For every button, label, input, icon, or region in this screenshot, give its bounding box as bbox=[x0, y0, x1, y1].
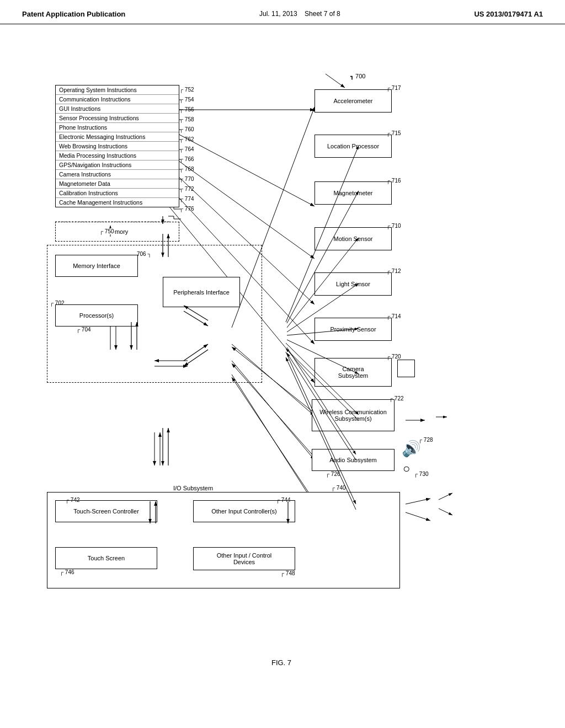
ref-724: ┌ 726 bbox=[326, 471, 340, 477]
motion-sensor-box: Motion Sensor bbox=[315, 227, 392, 250]
mem-item-8: GPS/Navigation Instructions bbox=[56, 160, 179, 170]
mem-item-10: Magnetometer Data bbox=[56, 179, 179, 189]
mem-item-3: Sensor Processing Instructions bbox=[56, 114, 179, 123]
memory-list-box: Operating System Instructions Communicat… bbox=[55, 85, 179, 207]
microphone-icon: ○ bbox=[403, 462, 410, 476]
mem-item-9: Camera Instructions bbox=[56, 170, 179, 179]
ref-730: ┌ 730 bbox=[414, 471, 429, 477]
ref-748: ┌ 748 bbox=[280, 570, 295, 576]
ref-744: ┌ 744 bbox=[276, 497, 291, 503]
header-date-sheet: Jul. 11, 2013 Sheet 7 of 8 bbox=[259, 10, 340, 18]
light-sensor-box: Light Sensor bbox=[315, 272, 392, 296]
other-input-controller-box: Other Input Controller(s) bbox=[193, 500, 295, 522]
ref-728: ┌ 728 bbox=[418, 437, 433, 443]
accelerometer-box: Accelerometer bbox=[315, 89, 392, 113]
processor-box: Processor(s) bbox=[55, 304, 138, 326]
ref-776: ┌ 776 bbox=[179, 206, 194, 212]
mem-item-1: Communication Instructions bbox=[56, 95, 179, 104]
header-patent-number: US 2013/0179471 A1 bbox=[474, 10, 543, 18]
ref-770: ┌ 770 bbox=[179, 176, 194, 182]
mem-item-7: Media Processing Instructions bbox=[56, 151, 179, 160]
ref-772: ┌ 772 bbox=[179, 186, 194, 192]
ref-766: ┌ 766 bbox=[179, 156, 194, 162]
page-header: Patent Application Publication Jul. 11, … bbox=[0, 0, 565, 24]
ref-750: ┌ 750 bbox=[99, 228, 114, 234]
header-publication: Patent Application Publication bbox=[22, 10, 125, 18]
memory-interface-box: Memory Interface bbox=[55, 255, 138, 277]
mem-item-12: Cache Management Instructions bbox=[56, 198, 179, 207]
ref-760: ┌ 760 bbox=[179, 126, 194, 132]
mem-item-6: Web Browsing Instructions bbox=[56, 142, 179, 151]
memory-box: Memory bbox=[55, 222, 179, 242]
ref-710: ┌ 710 bbox=[386, 223, 401, 229]
ref-746: ┌ 746 bbox=[60, 569, 74, 575]
mem-item-5: Electronic Messaging Instructions bbox=[56, 132, 179, 142]
ref-742: ┌ 742 bbox=[65, 497, 80, 503]
mem-item-4: Phone Instructions bbox=[56, 123, 179, 132]
ref-740: ┌ 740 bbox=[331, 485, 346, 491]
touch-screen-box: Touch Screen bbox=[55, 547, 157, 569]
ref-704: ┌ 704 bbox=[76, 326, 91, 333]
ref-756: ┌ 756 bbox=[179, 106, 194, 113]
ref-717: ┌ 717 bbox=[386, 85, 401, 91]
ref-715: ┌ 715 bbox=[386, 130, 401, 136]
ref-720: ┌ 720 bbox=[386, 354, 401, 360]
ref-768: ┌ 768 bbox=[179, 166, 194, 172]
io-subsystem-label: I/O Subsystem bbox=[171, 485, 215, 491]
ref-762: ┌ 762 bbox=[179, 136, 194, 142]
ref-752: ┌ 752 bbox=[179, 87, 194, 93]
ref-716: ┌ 716 bbox=[386, 178, 401, 184]
ref-764: ┌ 764 bbox=[179, 146, 194, 152]
camera-extra-box bbox=[397, 360, 415, 377]
mem-item-11: Calibration Instructions bbox=[56, 189, 179, 198]
mem-item-2: GUI Instructions bbox=[56, 104, 179, 114]
ref-700: ┓ 700 bbox=[350, 73, 365, 79]
location-processor-box: Location Processor bbox=[315, 135, 392, 158]
ref-712: ┌ 712 bbox=[386, 268, 401, 274]
audio-subsystem-box: Audio Subsystem bbox=[312, 449, 395, 471]
figure-caption: FIG. 7 bbox=[44, 659, 519, 667]
ref-774: ┌ 774 bbox=[179, 196, 194, 202]
camera-subsystem-box: CameraSubsystem bbox=[315, 358, 392, 387]
ref-702: ┌ 702 bbox=[50, 300, 65, 306]
proximity-sensor-box: Proximity Sensor bbox=[315, 318, 392, 341]
ref-706: 706 ┐ bbox=[137, 251, 152, 257]
magnetometer-box: Magnetometer bbox=[315, 181, 392, 205]
wireless-comm-box: Wireless Communication Subsystem(s) bbox=[312, 399, 395, 431]
ref-722: ┌ 722 bbox=[389, 395, 404, 402]
peripherals-interface-box: Peripherals Interface bbox=[163, 277, 240, 307]
other-input-devices-box: Other Input / ControlDevices bbox=[193, 547, 295, 570]
ref-754: ┌ 754 bbox=[179, 97, 194, 103]
mem-item-0: Operating System Instructions bbox=[56, 85, 179, 95]
ref-714: ┌ 714 bbox=[386, 313, 401, 319]
touch-screen-controller-box: Touch-Screen Controller bbox=[55, 500, 157, 522]
ref-758: ┌ 758 bbox=[179, 116, 194, 122]
